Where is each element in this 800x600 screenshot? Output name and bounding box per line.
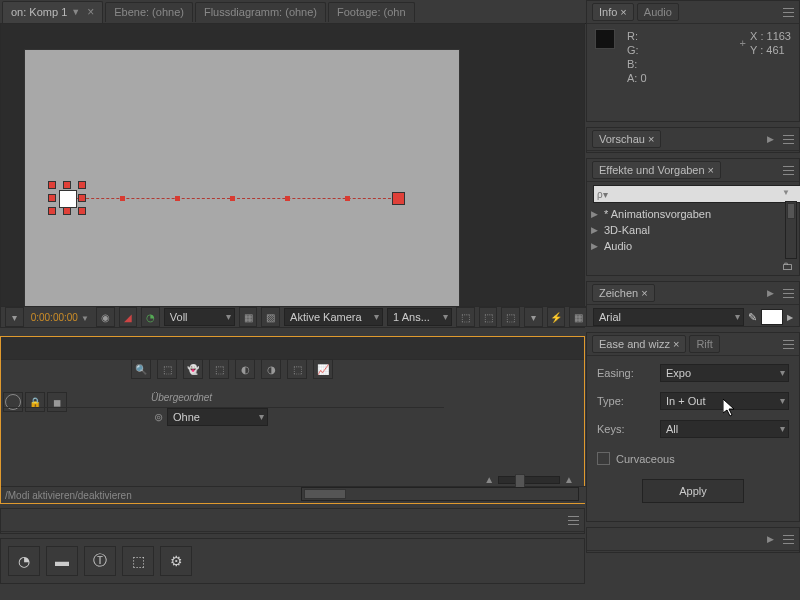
close-icon[interactable]: × (648, 133, 654, 145)
tab-comp[interactable]: on: Komp 1 ▼ × (2, 1, 103, 23)
tl-shy-icon[interactable]: 👻 (183, 359, 203, 379)
info-b: B: (627, 57, 647, 71)
tab-effects[interactable]: Effekte und Vorgaben × (592, 161, 721, 179)
tool-puppet[interactable]: ⬚ (122, 546, 154, 576)
tab-footage[interactable]: Footage: (ohn (328, 2, 415, 22)
easing-dropdown[interactable]: Expo (660, 364, 789, 382)
zoom-in-icon[interactable]: ▲ (564, 474, 574, 485)
panel-menu-icon[interactable] (783, 289, 794, 298)
parent-dropdown[interactable]: Ohne (167, 408, 268, 426)
tool-settings[interactable]: ⚙ (160, 546, 192, 576)
info-y: Y : 461 (750, 43, 791, 57)
tl-mb-icon[interactable]: ◐ (235, 359, 255, 379)
keys-label: Keys: (597, 423, 652, 435)
close-icon[interactable]: × (673, 338, 679, 350)
timecode[interactable]: 0:00:00:00 (28, 312, 92, 323)
rgb-icon[interactable]: ◔ (141, 307, 160, 327)
channel-icon[interactable]: ◢ (119, 307, 138, 327)
curvaceous-checkbox[interactable] (597, 452, 610, 465)
tab-rift[interactable]: Rift (689, 335, 720, 353)
view-c-icon[interactable]: ⬚ (501, 307, 520, 327)
keys-dropdown[interactable]: All (660, 420, 789, 438)
tab-flowchart[interactable]: Flussdiagramm: (ohne) (195, 2, 326, 22)
effects-item-3d[interactable]: ▶3D-Kanal (587, 222, 799, 238)
shape-start[interactable] (46, 183, 88, 213)
view-b-icon[interactable]: ⬚ (479, 307, 498, 327)
zoom-out-icon[interactable]: ▲ (484, 474, 494, 485)
fill-swatch[interactable] (761, 309, 783, 325)
tool-mask[interactable]: ▬ (46, 546, 78, 576)
fast-prev-icon[interactable]: ⚡ (547, 307, 566, 327)
close-icon[interactable]: × (620, 6, 626, 18)
info-g: G: (627, 43, 647, 57)
panel-menu-icon[interactable] (783, 166, 794, 175)
pickwhip-icon[interactable]: ⊚ (154, 411, 163, 424)
parent-header: Übergeordnet (151, 392, 212, 403)
info-x: X : 1163 (750, 29, 791, 43)
tab-character[interactable]: Zeichen × (592, 284, 655, 302)
view-a-icon[interactable]: ⬚ (456, 307, 475, 327)
tab-audio[interactable]: Audio (637, 3, 679, 21)
type-dropdown[interactable]: In + Out (660, 392, 789, 410)
tab-layer[interactable]: Ebene: (ohne) (105, 2, 193, 22)
view-d-icon[interactable]: ▾ (524, 307, 543, 327)
timeline-statusbar: /Modi aktivieren/deaktivieren (5, 490, 132, 501)
effects-vscroll[interactable] (785, 201, 797, 259)
curvaceous-label: Curvaceous (616, 453, 675, 465)
tl-fx-icon[interactable]: ⬚ (209, 359, 229, 379)
zoom-slider[interactable] (498, 476, 560, 484)
panel-menu-icon[interactable] (783, 535, 794, 544)
info-a-label: A: (627, 72, 637, 84)
new-bin-icon[interactable]: 🗀 (782, 260, 793, 272)
roi-icon[interactable]: ▦ (239, 307, 258, 327)
tl-3d-icon[interactable]: ⬚ (287, 359, 307, 379)
info-r: R: (627, 29, 647, 43)
panel-menu-icon[interactable] (568, 516, 579, 525)
snapshot-icon[interactable]: ◉ (96, 307, 115, 327)
panel-menu-icon[interactable] (783, 8, 794, 17)
apply-button[interactable]: Apply (642, 479, 744, 503)
mag-dropdown[interactable]: ▾ (5, 307, 24, 327)
tl-mini-icon[interactable]: ⬚ (157, 359, 177, 379)
expand-icon[interactable]: ▶ (767, 534, 774, 544)
tab-info[interactable]: Info × (592, 3, 634, 21)
effects-item-presets[interactable]: ▶* Animationsvorgaben (587, 206, 799, 222)
easing-label: Easing: (597, 367, 652, 379)
font-family-dropdown[interactable]: Arial (593, 308, 744, 326)
tl-frame-icon[interactable]: ◑ (261, 359, 281, 379)
composition-canvas[interactable] (25, 50, 459, 309)
panel-menu-icon[interactable] (783, 135, 794, 144)
chevron-down-icon: ▼ (71, 7, 80, 17)
swap-swatch-icon[interactable]: ▶ (787, 313, 793, 322)
camera-dropdown[interactable]: Aktive Kamera (284, 308, 383, 326)
transparency-icon[interactable]: ▨ (261, 307, 280, 327)
tool-clock[interactable]: ◔ (8, 546, 40, 576)
resolution-dropdown[interactable]: Voll (164, 308, 235, 326)
tab-preview[interactable]: Vorschau × (592, 130, 661, 148)
shape-end[interactable] (393, 193, 404, 204)
tool-text[interactable]: Ⓣ (84, 546, 116, 576)
panel-menu-icon[interactable] (783, 340, 794, 349)
tl-graph-icon[interactable]: 📈 (313, 359, 333, 379)
close-icon[interactable]: × (641, 287, 647, 299)
expand-icon[interactable]: ▶ (767, 134, 774, 144)
color-swatch (595, 29, 615, 49)
close-icon[interactable]: × (87, 5, 94, 19)
timeline-hscroll[interactable] (301, 487, 579, 501)
views-dropdown[interactable]: 1 Ans... (387, 308, 452, 326)
effects-search[interactable] (593, 185, 800, 203)
tl-search-icon[interactable]: 🔍 (131, 359, 151, 379)
eyedropper-icon[interactable]: ✎ (748, 311, 757, 324)
tab-easewizz[interactable]: Ease and wizz × (592, 335, 686, 353)
effects-item-audio[interactable]: ▶Audio (587, 238, 799, 254)
type-label: Type: (597, 395, 652, 407)
info-a-val: 0 (640, 72, 646, 84)
close-icon[interactable]: × (708, 164, 714, 176)
expand-icon[interactable]: ▶ (767, 288, 774, 298)
